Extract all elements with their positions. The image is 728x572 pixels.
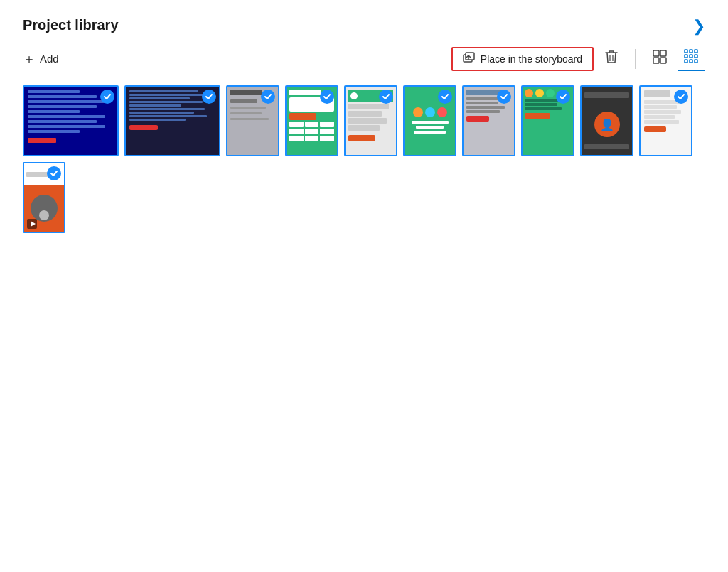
place-storyboard-label: Place in the storyboard [481,53,582,65]
svg-rect-9 [690,50,692,53]
svg-rect-7 [660,58,666,63]
svg-rect-14 [685,60,687,63]
check-badge-6 [438,90,452,104]
toolbar-row: ＋ Add Place in the storyboard [23,46,705,71]
svg-rect-10 [695,50,697,53]
add-label: Add [40,53,59,65]
thumbnail-11[interactable] [23,162,65,233]
toolbar-right: Place in the storyboard [451,46,705,71]
thumbnails-grid: 👤 [23,85,705,233]
svg-rect-15 [690,60,692,63]
thumbnail-6[interactable] [403,85,456,156]
check-badge-7 [497,90,511,104]
svg-rect-11 [685,55,687,58]
check-badge-11 [47,166,61,180]
thumbnail-9[interactable]: 👤 [580,85,633,156]
view-list-button[interactable] [678,46,705,71]
add-button[interactable]: ＋ Add [23,48,66,70]
check-badge-3 [261,90,275,104]
thumbnail-8[interactable] [521,85,574,156]
svg-rect-16 [695,60,697,63]
thumbnail-2[interactable] [124,85,220,156]
page-title: Project library [23,17,119,33]
check-badge-2 [202,90,216,104]
toolbar-divider [635,49,636,69]
header-row: Project library [23,17,705,33]
delete-button[interactable] [599,47,623,70]
svg-rect-12 [690,55,692,58]
thumbnail-3[interactable] [226,85,279,156]
plus-icon: ＋ [23,50,36,68]
page-container: Project library ❯ ＋ Add Place in the sto… [0,0,728,250]
thumbnail-5[interactable] [344,85,397,156]
check-badge-5 [379,90,393,104]
check-badge-8 [556,90,570,104]
thumbnail-1[interactable] [23,85,119,156]
check-badge-1 [100,90,114,104]
svg-rect-5 [660,50,666,56]
close-button[interactable]: ❯ [692,17,705,36]
svg-rect-13 [695,55,697,58]
thumbnail-10[interactable] [639,85,692,156]
place-storyboard-button[interactable]: Place in the storyboard [451,47,594,71]
place-icon [463,52,476,66]
check-badge-10 [674,90,688,104]
svg-rect-6 [653,58,659,63]
check-badge-4 [320,90,334,104]
thumbnail-7[interactable] [462,85,515,156]
thumbnail-4[interactable] [285,85,338,156]
play-overlay-11 [27,219,37,229]
svg-rect-8 [685,50,687,53]
view-grid-button[interactable] [647,47,673,70]
svg-rect-4 [653,50,659,56]
